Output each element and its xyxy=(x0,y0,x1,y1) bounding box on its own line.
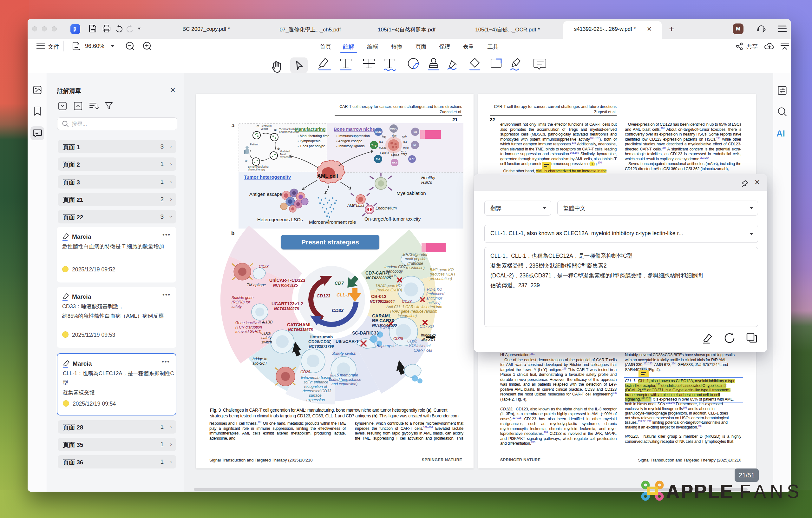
svg-text:TCR KO: TCR KO xyxy=(379,326,393,330)
svg-text:(TCR disruption: (TCR disruption xyxy=(235,325,262,329)
svg-text:NKT2: NKT2 xyxy=(375,131,382,133)
svg-text:CD52: CD52 xyxy=(407,339,417,344)
svg-text:NCT05949125: NCT05949125 xyxy=(273,283,298,288)
svg-text:③: ③ xyxy=(277,147,280,151)
svg-text:IL13/: IL13/ xyxy=(401,151,406,153)
svg-text:allo-SCT: allo-SCT xyxy=(253,361,268,366)
svg-text:IL-15 membrane: IL-15 membrane xyxy=(330,373,358,377)
svg-text:and expansion): and expansion) xyxy=(331,382,357,386)
svg-text:IL4/: IL4/ xyxy=(379,141,383,143)
svg-text:BM2 gene KO: BM2 gene KO xyxy=(430,268,454,272)
svg-text:CARAML: CARAML xyxy=(372,313,392,318)
svg-text:SC-DARIC33: SC-DARIC33 xyxy=(352,330,379,335)
svg-text:chemotherapy: chemotherapy xyxy=(248,168,265,171)
svg-text:allo-SCT: allo-SCT xyxy=(421,337,436,342)
svg-text:vector: vector xyxy=(261,127,268,131)
svg-text:TGFβ: TGFβ xyxy=(403,147,409,149)
svg-text:TM epitope: TM epitope xyxy=(247,283,266,287)
svg-text:Anti CLL-1 CAR site inserted i: Anti CLL-1 CAR site inserted into xyxy=(386,305,442,309)
svg-text:Safety switch: Safety switch xyxy=(332,351,356,356)
svg-text:decreased CD33: decreased CD33 xyxy=(302,389,331,393)
svg-text:IL13: IL13 xyxy=(382,136,386,138)
svg-text:PD-1 KO: PD-1 KO xyxy=(427,287,442,292)
svg-text:• Lymphopenia: • Lymphopenia xyxy=(297,139,321,143)
svg-text:IL4/ IL10: IL4/ IL10 xyxy=(380,152,389,154)
svg-text:Universal: Universal xyxy=(414,344,430,348)
svg-text:CAR-T cell: CAR-T cell xyxy=(414,348,432,353)
svg-text:CD20: CD20 xyxy=(261,331,271,335)
svg-text:(enhanced: (enhanced xyxy=(426,292,444,296)
svg-text:UltraCAR-T: UltraCAR-T xyxy=(336,339,359,344)
svg-text:Bone marrow niche: Bone marrow niche xyxy=(334,127,375,132)
svg-text:TRAC gene KO: TRAC gene KO xyxy=(375,283,402,288)
svg-text:TRAC gene (reduce random: TRAC gene (reduce random xyxy=(389,309,437,313)
svg-text:Healthy: Healthy xyxy=(421,175,436,180)
svg-text:bound (persistance: bound (persistance xyxy=(329,377,361,382)
svg-text:HSCs: HSCs xyxy=(421,180,432,185)
svg-text:IL10: IL10 xyxy=(402,136,407,138)
svg-text:• Immunosuppression: • Immunosuppression xyxy=(336,134,370,138)
svg-text:activity): activity) xyxy=(428,301,441,305)
svg-text:M2: M2 xyxy=(414,131,417,133)
svg-text:safety: safety xyxy=(232,304,242,309)
svg-text:presentation): presentation) xyxy=(430,276,452,281)
svg-text:CD28: CD28 xyxy=(393,336,403,341)
svg-text:CD28/CD3ζ: CD28/CD3ζ xyxy=(308,339,331,344)
svg-text:CD28: CD28 xyxy=(300,370,310,374)
svg-text:②: ② xyxy=(274,129,277,132)
svg-text:CD7 KO: CD7 KO xyxy=(419,324,434,329)
svg-text:bridge to: bridge to xyxy=(253,357,267,361)
svg-text:resistance): resistance) xyxy=(406,266,425,270)
svg-text:Th2: Th2 xyxy=(376,158,380,161)
svg-text:safety: safety xyxy=(261,335,272,340)
svg-text:surface: surface xyxy=(309,393,322,398)
svg-text:Rapamycin: Rapamycin xyxy=(377,344,396,348)
svg-text:Tumor heterogeneity: Tumor heterogeneity xyxy=(244,174,291,180)
svg-text:motif peptide: motif peptide xyxy=(405,257,427,261)
svg-text:NCT03971799: NCT03971799 xyxy=(309,345,334,349)
svg-text:AML cell: AML cell xyxy=(317,173,338,179)
svg-text:Myeloablation: Myeloablation xyxy=(397,190,426,196)
svg-text:4-1BB: 4-1BB xyxy=(262,320,272,324)
svg-text:tandem CD7: tandem CD7 xyxy=(384,265,406,269)
svg-text:• T cell phenotype: • T cell phenotype xyxy=(297,144,325,148)
svg-text:(RQR8) for: (RQR8) for xyxy=(232,300,251,304)
svg-text:MDSC: MDSC xyxy=(390,127,398,130)
svg-text:VHH6: VHH6 xyxy=(387,274,397,278)
svg-text:(fratricide: (fratricide xyxy=(407,261,423,266)
svg-text:integration): integration) xyxy=(398,313,417,318)
svg-text:①: ① xyxy=(257,125,259,128)
svg-text:Antigen escape: Antigen escape xyxy=(249,191,282,197)
svg-text:Treg: Treg xyxy=(371,144,377,147)
svg-text:CD123: CD123 xyxy=(317,293,330,298)
svg-text:Manufacturing: Manufacturing xyxy=(295,127,325,132)
svg-text:Suicide gene: Suicide gene xyxy=(232,296,254,300)
svg-text:AML blast: AML blast xyxy=(347,203,365,208)
svg-text:CD28: CD28 xyxy=(259,264,269,269)
svg-text:expression: expression xyxy=(307,398,325,402)
svg-text:NCT06128044: NCT06128044 xyxy=(370,299,395,304)
svg-text:CCL28: CCL28 xyxy=(379,147,386,149)
svg-text:CB-012: CB-012 xyxy=(371,294,386,299)
svg-text:TGFβ: TGFβ xyxy=(401,153,407,156)
svg-text:N2: N2 xyxy=(413,144,416,147)
svg-text:CD7: CD7 xyxy=(335,280,344,286)
svg-text:lintuzumab: lintuzumab xyxy=(310,334,333,339)
svg-text:④: ④ xyxy=(245,159,248,163)
svg-text:NCT04318678: NCT04318678 xyxy=(288,328,313,332)
svg-text:Gene inactivation: Gene inactivation xyxy=(235,321,265,325)
svg-text:(reduce GvHD): (reduce GvHD) xyxy=(377,288,402,292)
svg-text:KO: KO xyxy=(409,344,414,348)
svg-text:NCT03190278: NCT03190278 xyxy=(274,307,299,311)
svg-text:NK2: NK2 xyxy=(392,161,397,164)
svg-text:CD28: CD28 xyxy=(402,299,412,304)
svg-text:bridge to: bridge to xyxy=(421,333,436,337)
svg-text:• Inhibitory ligands: • Inhibitory ligands xyxy=(336,144,365,148)
svg-text:• Manufacturing time: • Manufacturing time xyxy=(297,134,329,138)
svg-text:UCART123v1.2: UCART123v1.2 xyxy=(271,301,303,306)
svg-text:to avoid GvHD): to avoid GvHD) xyxy=(235,329,261,334)
svg-text:ILC2: ILC2 xyxy=(409,158,414,161)
svg-text:• Antigen escape: • Antigen escape xyxy=(336,139,362,143)
svg-text:UniCAR-T-CD123: UniCAR-T-CD123 xyxy=(269,278,306,283)
svg-text:IL18: IL18 xyxy=(392,135,397,137)
